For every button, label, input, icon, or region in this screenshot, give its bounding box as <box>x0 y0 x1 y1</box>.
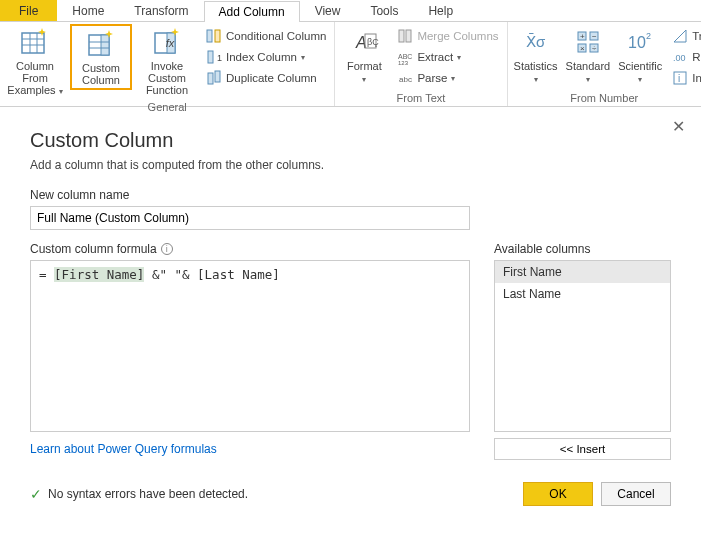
chevron-down-icon: ▾ <box>362 75 366 84</box>
custom-column-button[interactable]: Custom Column <box>70 24 132 90</box>
svg-text:10: 10 <box>628 34 646 51</box>
ok-button[interactable]: OK <box>523 482 593 506</box>
status-text: No syntax errors have been detected. <box>48 487 248 501</box>
duplicate-column-label: Duplicate Column <box>226 72 317 84</box>
group-from-number: X̄σ Statistics▾ +−×÷ Standard▾ 102 Scien… <box>508 22 701 106</box>
formula-input[interactable]: = [First Name] &" "& [Last Name] <box>30 260 470 432</box>
dialog-subtitle: Add a column that is computed from the o… <box>30 158 671 172</box>
svg-text:fx: fx <box>166 37 175 49</box>
svg-text:−: − <box>592 32 597 41</box>
svg-rect-6 <box>101 35 109 55</box>
svg-text:2: 2 <box>646 31 651 41</box>
svg-rect-13 <box>215 30 220 42</box>
extract-label: Extract <box>417 51 453 63</box>
new-column-name-label: New column name <box>30 188 671 202</box>
new-column-name-input[interactable] <box>30 206 470 230</box>
dialog-title: Custom Column <box>30 129 671 152</box>
status-message: ✓ No syntax errors have been detected. <box>30 486 248 502</box>
merge-icon <box>397 28 413 44</box>
function-icon: fx <box>151 26 183 58</box>
chevron-down-icon: ▾ <box>586 75 590 84</box>
available-columns-label: Available columns <box>494 242 671 256</box>
svg-text:ABC: ABC <box>398 53 412 60</box>
parse-label: Parse <box>417 72 447 84</box>
rounding-button[interactable]: .00 Rou <box>668 47 701 67</box>
trig-label: Trig <box>692 30 701 42</box>
info-button[interactable]: i Info <box>668 68 701 88</box>
info-tip-icon[interactable]: i <box>161 243 173 255</box>
duplicate-column-button[interactable]: Duplicate Column <box>202 68 330 88</box>
chevron-down-icon: ▾ <box>301 53 305 62</box>
standard-button[interactable]: +−×÷ Standard▾ <box>564 24 613 88</box>
parse-button[interactable]: abc Parse ▾ <box>393 68 502 88</box>
custom-column-label: Custom Column <box>74 62 128 86</box>
svg-text:i: i <box>678 73 680 84</box>
svg-rect-21 <box>399 30 404 42</box>
invoke-custom-function-button[interactable]: fx Invoke Custom Function <box>136 24 198 98</box>
svg-text:123: 123 <box>398 60 409 65</box>
svg-text:.00: .00 <box>673 53 686 63</box>
merge-columns-label: Merge Columns <box>417 30 498 42</box>
svg-text:abc: abc <box>399 75 412 84</box>
trig-button[interactable]: Trig <box>668 26 701 46</box>
list-item[interactable]: Last Name <box>495 283 670 305</box>
custom-column-dialog: ✕ Custom Column Add a column that is com… <box>0 107 701 526</box>
rounding-label: Rou <box>692 51 701 63</box>
tab-tools[interactable]: Tools <box>355 0 413 21</box>
svg-rect-16 <box>208 73 213 84</box>
conditional-column-button[interactable]: Conditional Column <box>202 26 330 46</box>
chevron-down-icon: ▾ <box>59 87 63 96</box>
trig-icon <box>672 28 688 44</box>
group-from-number-label: From Number <box>512 91 697 106</box>
duplicate-icon <box>206 70 222 86</box>
group-from-text-label: From Text <box>339 91 502 106</box>
calculator-icon: +−×÷ <box>572 26 604 58</box>
extract-button[interactable]: ABC123 Extract ▾ <box>393 47 502 67</box>
svg-text:βÇ: βÇ <box>367 37 379 47</box>
exponent-icon: 102 <box>624 26 656 58</box>
statistics-button[interactable]: X̄σ Statistics▾ <box>512 24 560 88</box>
chevron-down-icon: ▾ <box>451 74 455 83</box>
learn-link[interactable]: Learn about Power Query formulas <box>30 442 217 456</box>
svg-text:1: 1 <box>217 53 222 63</box>
info-icon: i <box>672 70 688 86</box>
scientific-button[interactable]: 102 Scientific▾ <box>616 24 664 88</box>
info-label: Info <box>692 72 701 84</box>
tab-file[interactable]: File <box>0 0 57 21</box>
insert-button[interactable]: << Insert <box>494 438 671 460</box>
check-icon: ✓ <box>30 486 42 502</box>
statistics-label: Statistics▾ <box>514 60 558 86</box>
tab-add-column[interactable]: Add Column <box>204 1 300 22</box>
formula-label: Custom column formula i <box>30 242 470 256</box>
index-column-label: Index Column <box>226 51 297 63</box>
svg-rect-22 <box>406 30 411 42</box>
tab-help[interactable]: Help <box>413 0 468 21</box>
svg-rect-17 <box>215 71 220 82</box>
table-sparkle-icon <box>19 26 51 58</box>
table-add-icon <box>85 28 117 60</box>
list-item[interactable]: First Name <box>495 261 670 283</box>
extract-icon: ABC123 <box>397 49 413 65</box>
available-columns-list[interactable]: First Name Last Name <box>494 260 671 432</box>
merge-columns-button[interactable]: Merge Columns <box>393 26 502 46</box>
close-button[interactable]: ✕ <box>672 117 685 136</box>
svg-rect-12 <box>207 30 212 42</box>
tab-transform[interactable]: Transform <box>119 0 203 21</box>
cancel-button[interactable]: Cancel <box>601 482 671 506</box>
parse-icon: abc <box>397 70 413 86</box>
column-from-examples-label: Column From Examples ▾ <box>6 60 64 98</box>
tab-view[interactable]: View <box>300 0 356 21</box>
format-text-icon: AβÇ <box>348 26 380 58</box>
sigma-icon: X̄σ <box>520 26 552 58</box>
index-column-button[interactable]: 1 Index Column ▾ <box>202 47 330 67</box>
chevron-down-icon: ▾ <box>457 53 461 62</box>
ribbon: Column From Examples ▾ Custom Column fx … <box>0 22 701 107</box>
group-general: Column From Examples ▾ Custom Column fx … <box>0 22 335 106</box>
scientific-label: Scientific▾ <box>618 60 662 86</box>
tab-home[interactable]: Home <box>57 0 119 21</box>
svg-rect-14 <box>208 51 213 63</box>
chevron-down-icon: ▾ <box>534 75 538 84</box>
column-from-examples-button[interactable]: Column From Examples ▾ <box>4 24 66 100</box>
svg-text:+: + <box>580 32 585 41</box>
format-button[interactable]: AβÇ Format▾ <box>339 24 389 88</box>
